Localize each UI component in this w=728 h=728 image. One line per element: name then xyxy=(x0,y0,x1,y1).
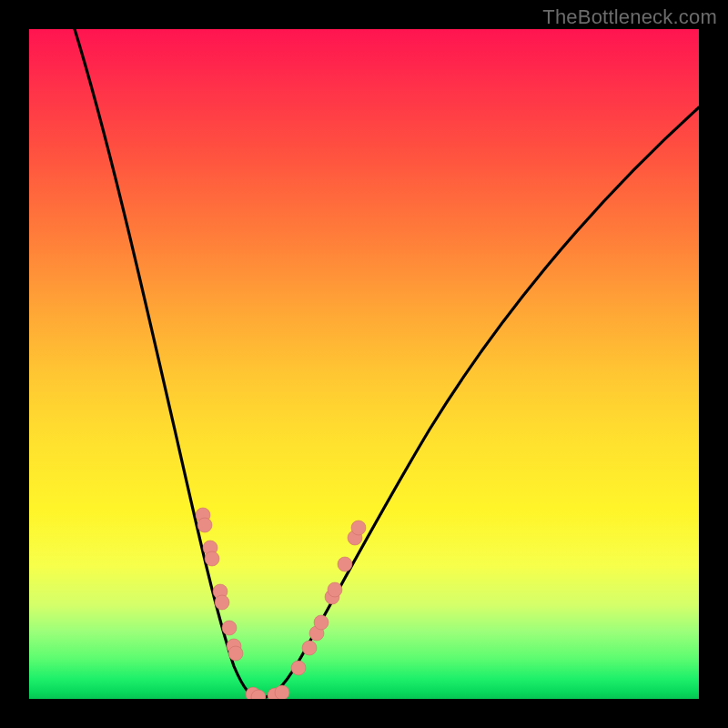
marker-dot xyxy=(275,685,289,699)
marker-dot xyxy=(222,621,237,635)
marker-dot xyxy=(302,641,317,655)
marker-dot xyxy=(197,518,212,532)
marker-dot xyxy=(338,557,352,571)
marker-dot xyxy=(215,595,229,610)
marker-dot xyxy=(291,661,306,675)
bottleneck-curve xyxy=(75,29,699,698)
plot-area xyxy=(29,29,699,699)
watermark-text: TheBottleneck.com xyxy=(542,5,717,29)
marker-dot xyxy=(314,615,329,630)
marker-dot xyxy=(228,646,243,661)
curve-svg xyxy=(29,29,699,699)
marker-dots xyxy=(196,508,366,699)
marker-dot xyxy=(205,551,219,566)
marker-dot xyxy=(328,582,342,597)
chart-frame: TheBottleneck.com xyxy=(0,0,728,728)
marker-dot xyxy=(351,521,366,535)
